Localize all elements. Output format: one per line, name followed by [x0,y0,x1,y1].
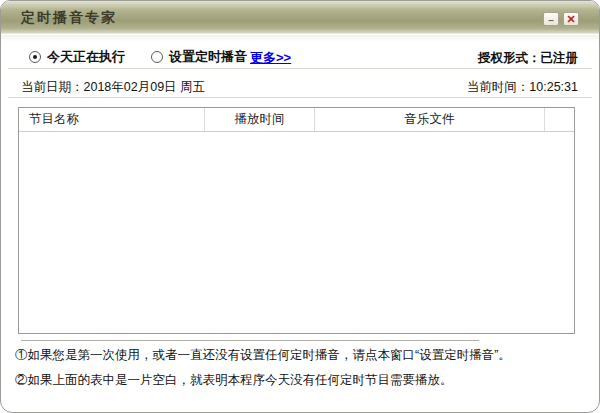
radio-selected-icon [29,51,41,63]
more-link[interactable]: 更多>> [250,49,291,67]
radio-today-running[interactable]: 今天正在执行 [29,48,125,66]
radio-unselected-icon [151,51,163,63]
divider-notes [21,340,479,342]
app-window: 定时播音专家 – ✕ 今天正在执行 设置定时播音 更多>> 授权形式：已注册 [0,0,600,413]
schedule-table: 节目名称 播放时间 音乐文件 [18,107,575,334]
column-header-music-file[interactable]: 音乐文件 [315,108,545,131]
page-background: 定时播音专家 – ✕ 今天正在执行 设置定时播音 更多>> 授权形式：已注册 [0,0,600,413]
titlebar-lower-strip [1,35,599,42]
titlebar: 定时播音专家 – ✕ [1,1,599,34]
close-icon: ✕ [566,14,575,25]
note-empty-table: ②如果上面的表中是一片空白，就表明本程序今天没有任何定时节目需要播放。 [15,372,453,389]
table-header-row: 节目名称 播放时间 音乐文件 [19,108,574,132]
current-date: 当前日期：2018年02月09日 周五 [21,79,205,96]
column-header-spacer [545,108,574,131]
close-button[interactable]: ✕ [563,12,579,26]
window-title: 定时播音专家 [21,9,117,27]
minimize-icon: – [548,16,554,26]
current-time: 当前时间：10:25:31 [467,79,578,96]
radio-today-label: 今天正在执行 [47,48,125,66]
minimize-button[interactable]: – [543,12,559,26]
window-controls: – ✕ [543,12,579,26]
divider-top [8,68,592,69]
note-first-use: ①如果您是第一次使用，或者一直还没有设置任何定时播音，请点本窗口“设置定时播音”… [15,347,511,364]
mode-radio-group: 今天正在执行 设置定时播音 [29,48,247,66]
column-header-play-time[interactable]: 播放时间 [205,108,315,131]
table-body-empty [19,132,574,333]
divider-middle [8,97,592,98]
radio-set-schedule[interactable]: 设置定时播音 [151,48,247,66]
radio-set-label: 设置定时播音 [169,48,247,66]
column-header-program-name[interactable]: 节目名称 [19,108,205,131]
license-status: 授权形式：已注册 [478,50,578,67]
